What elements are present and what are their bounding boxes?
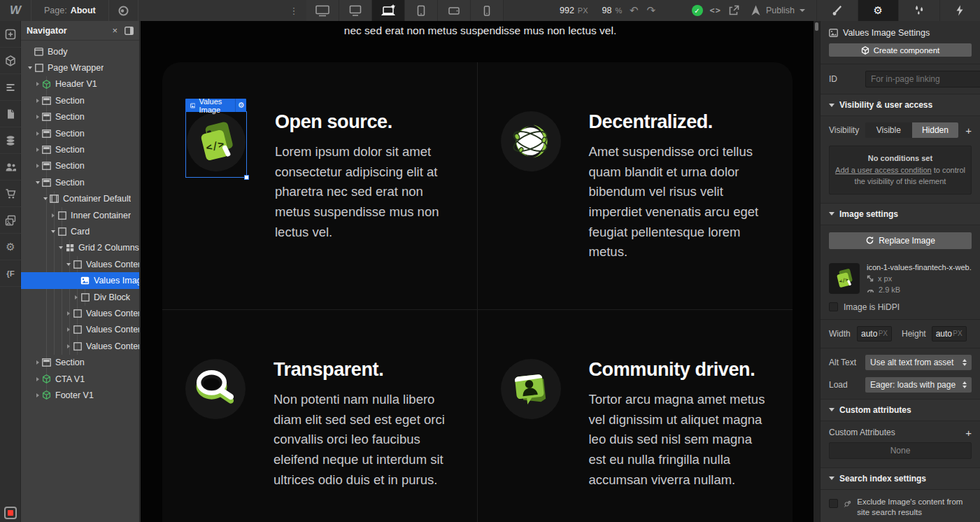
components-button[interactable] [0,48,21,74]
nav-item-section-expanded[interactable]: Section [21,174,139,190]
nav-item-section[interactable]: Section [21,125,139,141]
nav-item-values-content[interactable]: Values Conten [21,322,139,338]
values-card[interactable]: Values Image ⚙ </> [162,62,793,522]
value-body[interactable]: Amet suspendisse orci tellus quam blandi… [589,142,772,262]
tab-actions[interactable] [939,0,980,21]
collapse-all-icon[interactable]: × [112,26,118,35]
canvas-paragraph-top[interactable]: nec sed erat non metus suspendisse mus n… [141,24,820,37]
webflow-logo[interactable]: W [0,0,31,21]
users-button[interactable] [0,154,21,181]
dock-panel-icon[interactable] [125,27,134,35]
visibility-hidden-option[interactable]: Hidden [912,122,959,138]
section-custom-attributes[interactable]: Custom attributes [821,399,980,421]
value-body[interactable]: Tortor arcu magna amet metus vel digniss… [589,390,772,490]
nav-item-body[interactable]: Body [21,43,139,59]
load-select[interactable]: Eager: loads with page [865,377,972,393]
toolbar-menu-dots[interactable]: ⋮ [287,0,301,21]
page-breadcrumb[interactable]: Page: About [31,0,109,21]
pages-button[interactable] [0,101,21,127]
breakpoint-indicator[interactable] [4,507,17,519]
values-content-transparent[interactable]: Transparent. Non potenti nam nulla liber… [162,310,478,522]
nav-item-values-content[interactable]: Values Conten [21,305,139,321]
value-title[interactable]: Open source. [275,111,443,133]
resize-handle[interactable] [244,175,249,180]
visibility-visible-option[interactable]: Visible [865,122,912,138]
breakpoint-mobile-landscape[interactable] [438,0,471,21]
alt-text-select[interactable]: Use alt text from asset [865,355,972,370]
nav-item-values-image-selected[interactable]: Values Imag [21,272,139,288]
share-button[interactable] [728,5,739,16]
grid-icon [64,244,75,252]
nav-item-values-content[interactable]: Values Conten [21,338,139,354]
nav-item-grid-2-columns[interactable]: Grid 2 Columns [21,240,139,256]
section-visibility[interactable]: Visibility & user access [821,94,980,116]
assets-button[interactable] [0,207,21,234]
value-title[interactable]: Community driven. [589,359,772,381]
section-search-index[interactable]: Search index settings [821,467,980,490]
canvas-dimensions[interactable]: 992 PX 98 % [560,0,622,21]
nav-item-container-default[interactable]: Container Default [21,191,139,207]
nav-item-inner-container[interactable]: Inner Container [21,207,139,223]
values-content-community[interactable]: Community driven. Tortor arcu magna amet… [478,310,793,522]
tab-settings[interactable]: ⚙ [858,0,899,21]
asset-thumbnail[interactable]: </> [829,263,860,294]
export-code-button[interactable]: <> [710,6,721,15]
finsweet-extension-button[interactable]: {F [0,260,21,287]
value-title[interactable]: Decentralized. [589,111,772,133]
nav-item-section[interactable]: Section [21,92,139,108]
replace-image-button[interactable]: Replace Image [829,232,972,249]
chat-person-icon [501,359,561,419]
nav-item-header-v1[interactable]: Header V1 [21,76,139,92]
section-image-settings[interactable]: Image settings [821,203,980,225]
navigator-button[interactable] [0,74,21,101]
nav-item-values-content[interactable]: Values Conten [21,256,139,272]
nav-item-section[interactable]: Section [21,141,139,157]
breakpoint-desktop-large[interactable] [306,0,339,21]
nav-item-cta-v1[interactable]: CTA V1 [21,371,139,387]
nav-item-section[interactable]: Section [21,109,139,125]
nav-item-card[interactable]: Card [21,223,139,239]
preview-button[interactable] [109,0,139,21]
value-body[interactable]: Lorem ipsum dolor sit amet consectetur a… [275,142,443,242]
values-content-open-source[interactable]: Values Image ⚙ </> [162,62,478,310]
value-body[interactable]: Non potenti nam nulla libero diam elit s… [274,390,456,490]
selected-values-image[interactable]: Values Image ⚙ </> [185,111,247,178]
breakpoint-tablet[interactable] [405,0,438,21]
nav-item-section[interactable]: Section [21,354,139,370]
breakpoint-desktop[interactable] [339,0,372,21]
undo-button[interactable]: ↶ [630,4,639,17]
ecommerce-button[interactable] [0,181,21,207]
breakpoint-mobile[interactable] [471,0,504,21]
height-input[interactable]: auto PX [932,326,967,341]
canvas-scrollbar[interactable] [814,21,820,522]
tab-interactions[interactable] [898,0,939,21]
site-settings-button[interactable]: ⚙ [0,234,21,260]
nav-item-page-wrapper[interactable]: Page Wrapper [21,59,139,76]
redo-button[interactable]: ↷ [647,4,656,17]
add-visibility-condition-button[interactable]: + [965,125,972,136]
element-settings-gear-button[interactable]: ⚙ [235,99,246,112]
breakpoint-laptop-active[interactable] [372,0,405,21]
nav-item-footer-v1[interactable]: Footer V1 [21,387,139,403]
selection-badge[interactable]: Values Image ⚙ [185,99,246,112]
design-canvas[interactable]: nec sed erat non metus suspendisse mus n… [141,21,820,522]
tab-style[interactable] [816,0,858,21]
exclude-search-checkbox[interactable] [829,499,838,508]
publish-plane-icon [751,5,761,16]
mobile-icon [479,5,495,17]
width-input[interactable]: auto PX [857,326,892,341]
publish-button[interactable]: Publish [746,5,809,16]
section-icon [41,113,52,121]
cms-button[interactable] [0,127,21,154]
nav-item-div-block[interactable]: Div Block [21,289,139,305]
add-condition-link[interactable]: Add a user access condition [835,166,932,174]
id-input[interactable] [865,71,980,87]
add-custom-attribute-button[interactable]: + [965,428,972,438]
create-component-button[interactable]: Create component [829,43,972,57]
hidpi-checkbox[interactable] [829,302,838,311]
value-title[interactable]: Transparent. [274,359,456,381]
nav-item-section[interactable]: Section [21,158,139,174]
values-content-decentralized[interactable]: Decentralized. Amet suspendisse orci tel… [478,62,793,310]
add-elements-button[interactable] [0,21,21,48]
scrollbar-thumb[interactable] [815,22,818,31]
